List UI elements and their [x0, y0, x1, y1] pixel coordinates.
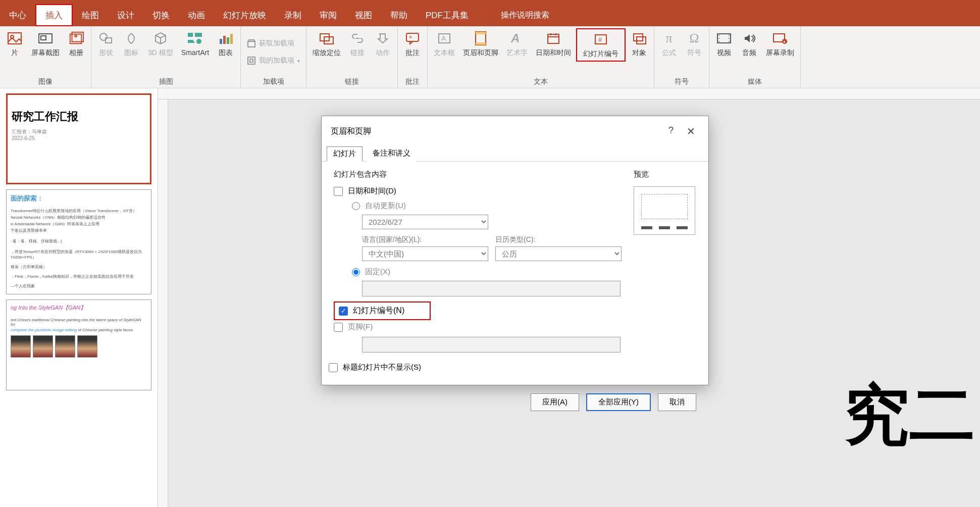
- screenrecord-icon: ●: [772, 32, 788, 44]
- comment-icon: +: [405, 32, 420, 45]
- tab-center[interactable]: 中心: [0, 4, 35, 26]
- btn-smartart[interactable]: SmartArt: [178, 28, 212, 59]
- dialog-close-button[interactable]: ✕: [683, 123, 699, 139]
- btn-equation[interactable]: π公式: [657, 28, 681, 60]
- radio-auto[interactable]: 自动更新(U): [352, 201, 622, 211]
- dialog-title: 页眉和页脚: [331, 126, 371, 137]
- apply-all-button[interactable]: 全部应用(Y): [586, 393, 651, 411]
- dialog-help-button[interactable]: ?: [664, 123, 678, 139]
- btn-shapes[interactable]: 形状: [94, 28, 118, 60]
- group-links: 缩放定位 链接 动作 链接: [306, 26, 398, 88]
- svg-point-39: [718, 38, 719, 39]
- select-calendar[interactable]: 公历: [495, 246, 622, 261]
- pi-icon: π: [665, 31, 672, 46]
- svg-point-11: [196, 39, 201, 44]
- checkbox-no-title[interactable]: 标题幻灯片中不显示(S): [329, 363, 622, 372]
- tell-me[interactable]: 操作说明搜索: [488, 10, 549, 21]
- tab-help[interactable]: 帮助: [381, 4, 417, 26]
- check-icon: ✓: [339, 307, 348, 316]
- radio-fixed[interactable]: 固定(X): [352, 267, 622, 277]
- checkbox-datetime[interactable]: 日期和时间(D): [334, 186, 622, 196]
- slide-text-fragment: 究二: [844, 371, 975, 460]
- tab-transition[interactable]: 切换: [143, 4, 179, 26]
- svg-point-42: [729, 38, 730, 39]
- checkbox-datetime-input[interactable]: [334, 187, 343, 196]
- btn-link[interactable]: 链接: [346, 28, 369, 60]
- dialog-section-title: 幻灯片包含内容: [334, 170, 622, 179]
- btn-datetime[interactable]: 日期和时间: [533, 28, 574, 60]
- svg-point-38: [718, 35, 719, 36]
- slide-thumb-2[interactable]: 面的探索： Transformer特征什么机视觉领域的应用（Vision Tra…: [6, 189, 151, 294]
- btn-3dmodel[interactable]: 3D 模型: [145, 28, 176, 60]
- radio-auto-input[interactable]: [352, 202, 360, 210]
- btn-screen-record[interactable]: ●屏幕录制: [763, 28, 797, 60]
- checkbox-slide-number[interactable]: ✓ 幻灯片编号(N): [334, 301, 431, 320]
- btn-album[interactable]: 相册: [65, 28, 88, 60]
- btn-zoom[interactable]: 缩放定位: [310, 28, 344, 60]
- audio-icon: [743, 32, 756, 45]
- btn-textbox[interactable]: A文本框: [431, 28, 458, 60]
- tab-insert[interactable]: 插入: [35, 4, 73, 26]
- checkbox-footer-input[interactable]: [334, 323, 343, 332]
- btn-screenshot[interactable]: 屏幕截图: [28, 28, 63, 60]
- input-fixed-date[interactable]: [362, 281, 621, 296]
- slide1-title: 研究工作汇报: [12, 109, 146, 124]
- face-img: [77, 335, 97, 358]
- preview-box: [634, 186, 695, 235]
- face-img: [11, 335, 31, 358]
- btn-video[interactable]: 视频: [712, 28, 736, 60]
- checkbox-no-title-input[interactable]: [329, 363, 338, 372]
- chart-icon: [219, 32, 233, 45]
- tab-review[interactable]: 审阅: [311, 4, 346, 26]
- cube-icon: [153, 31, 168, 45]
- cal-label: 日历类型(C):: [495, 235, 622, 244]
- cancel-button[interactable]: 取消: [658, 393, 696, 411]
- tab-pdf[interactable]: PDF工具集: [417, 4, 478, 26]
- btn-action[interactable]: 动作: [371, 28, 394, 60]
- group-comment-label: 批注: [401, 76, 424, 88]
- svg-rect-15: [230, 34, 233, 44]
- btn-icons[interactable]: 图标: [120, 28, 143, 60]
- slide-thumb-3[interactable]: ng Into the StyleGAN【GAN】 ted China's tr…: [6, 299, 151, 390]
- select-date[interactable]: 2022/6/27: [362, 215, 488, 229]
- group-media: 视频 音频 ●屏幕录制 媒体: [709, 26, 801, 88]
- tab-slideshow[interactable]: 幻灯片放映: [214, 4, 275, 26]
- tab-record[interactable]: 录制: [275, 4, 311, 26]
- dialog-tab-slide[interactable]: 幻灯片: [327, 146, 363, 162]
- dialog-tab-notes[interactable]: 备注和讲义: [367, 146, 417, 162]
- slide-thumb-1[interactable]: 研究工作汇报 汇报者：马琳森 2022-6-25: [6, 93, 151, 184]
- calendar-icon: [546, 32, 560, 45]
- tab-draw[interactable]: 绘图: [73, 4, 108, 26]
- tab-animation[interactable]: 动画: [179, 4, 214, 26]
- svg-rect-10: [195, 33, 202, 37]
- svg-rect-12: [220, 39, 222, 44]
- btn-slide-number[interactable]: #幻灯片编号: [576, 28, 626, 62]
- btn-get-addins[interactable]: 获取加载项: [244, 37, 297, 49]
- tab-design[interactable]: 设计: [108, 4, 143, 26]
- object-icon: [632, 32, 646, 45]
- btn-symbol[interactable]: Ω符号: [683, 28, 706, 60]
- checkbox-footer[interactable]: 页脚(F): [334, 322, 622, 332]
- omega-icon: Ω: [689, 31, 699, 46]
- group-symbols: π公式 Ω符号 符号: [654, 26, 709, 88]
- lang-label: 语言(国家/地区)(L):: [362, 235, 488, 244]
- btn-chart[interactable]: 图表: [214, 28, 237, 60]
- svg-text:#: #: [598, 36, 602, 43]
- btn-audio[interactable]: 音频: [738, 28, 761, 60]
- title-bar: 1. 个人工作介绍.pptx - PowerPoint: [0, 0, 980, 4]
- btn-my-addins[interactable]: 我的加载项 ▾: [244, 55, 303, 67]
- tab-view[interactable]: 视图: [346, 4, 381, 26]
- btn-header-footer[interactable]: 页眉和页脚: [460, 28, 501, 60]
- slide3-faces: [11, 335, 147, 358]
- btn-picture[interactable]: 片: [3, 28, 26, 60]
- shapes-icon: [98, 32, 114, 45]
- apply-button[interactable]: 应用(A): [531, 393, 579, 411]
- btn-wordart[interactable]: A艺术字: [503, 28, 531, 60]
- btn-comment[interactable]: +批注: [401, 28, 424, 60]
- slide-thumbnail-panel[interactable]: 研究工作汇报 汇报者：马琳森 2022-6-25 面的探索： Transform…: [0, 88, 158, 507]
- select-language[interactable]: 中文(中国): [362, 246, 488, 261]
- radio-fixed-input[interactable]: [352, 268, 360, 276]
- btn-object[interactable]: 对象: [628, 28, 651, 60]
- input-footer[interactable]: [362, 337, 621, 352]
- wordart-icon: A: [509, 31, 525, 45]
